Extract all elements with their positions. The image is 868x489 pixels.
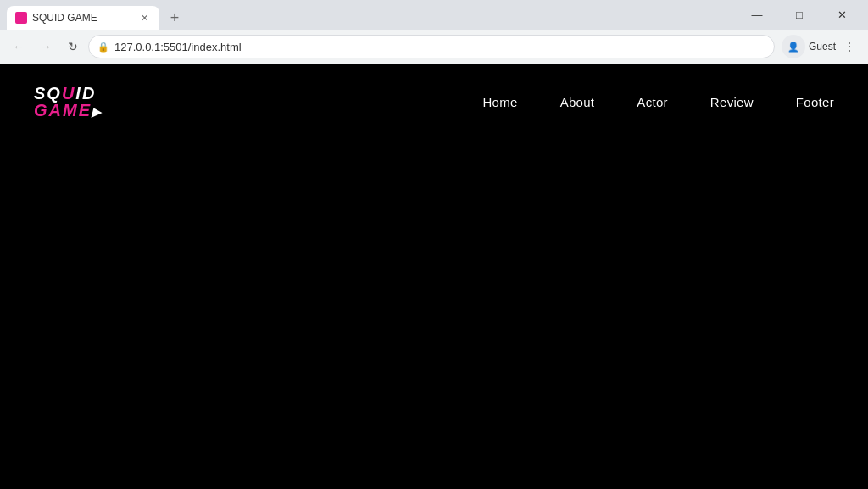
window-controls: — □ ✕ (737, 0, 861, 30)
address-input[interactable]: 🔒 127.0.0.1:5501/index.html (88, 35, 775, 58)
site-navbar: SQUID GAME▶ Home About Actor Review Foot… (0, 64, 868, 140)
lock-icon: 🔒 (97, 42, 109, 53)
profile-area[interactable]: 👤 Guest (782, 35, 836, 58)
address-bar: ← → ↻ 🔒 127.0.0.1:5501/index.html 👤 Gues… (0, 30, 868, 64)
tab-area: SQUID GAME ✕ + (7, 0, 734, 30)
nav-home[interactable]: Home (482, 95, 517, 109)
tab-title: SQUID GAME (32, 12, 132, 24)
profile-icon: 👤 (782, 35, 805, 58)
browser-frame: SQUID GAME ✕ + — □ ✕ ← → ↻ 🔒 127.0.0.1:5… (0, 0, 868, 489)
logo-bottom: GAME▶ (34, 102, 103, 119)
active-tab[interactable]: SQUID GAME ✕ (7, 6, 159, 30)
nav-review[interactable]: Review (710, 95, 754, 109)
back-button[interactable]: ← (7, 35, 31, 58)
close-button[interactable]: ✕ (822, 0, 861, 30)
toolbar-icons: 👤 Guest ⋮ (782, 35, 861, 58)
site-logo[interactable]: SQUID GAME▶ (34, 85, 103, 119)
nav-actor[interactable]: Actor (637, 95, 668, 109)
url-text: 127.0.0.1:5501/index.html (114, 41, 765, 53)
tab-close-button[interactable]: ✕ (137, 11, 151, 25)
site-nav-links: Home About Actor Review Footer (482, 95, 834, 109)
reload-button[interactable]: ↻ (61, 35, 85, 58)
new-tab-button[interactable]: + (163, 6, 186, 30)
profile-label: Guest (809, 41, 836, 53)
more-options-button[interactable]: ⋮ (837, 35, 861, 58)
title-bar: SQUID GAME ✕ + — □ ✕ (0, 0, 868, 30)
forward-button[interactable]: → (34, 35, 58, 58)
tab-favicon (15, 12, 27, 24)
maximize-button[interactable]: □ (780, 0, 819, 30)
site-main-content (0, 140, 868, 489)
logo-top: SQUID (34, 85, 103, 102)
nav-footer[interactable]: Footer (796, 95, 834, 109)
nav-about[interactable]: About (560, 95, 595, 109)
minimize-button[interactable]: — (737, 0, 776, 30)
web-content: SQUID GAME▶ Home About Actor Review Foot… (0, 64, 868, 489)
